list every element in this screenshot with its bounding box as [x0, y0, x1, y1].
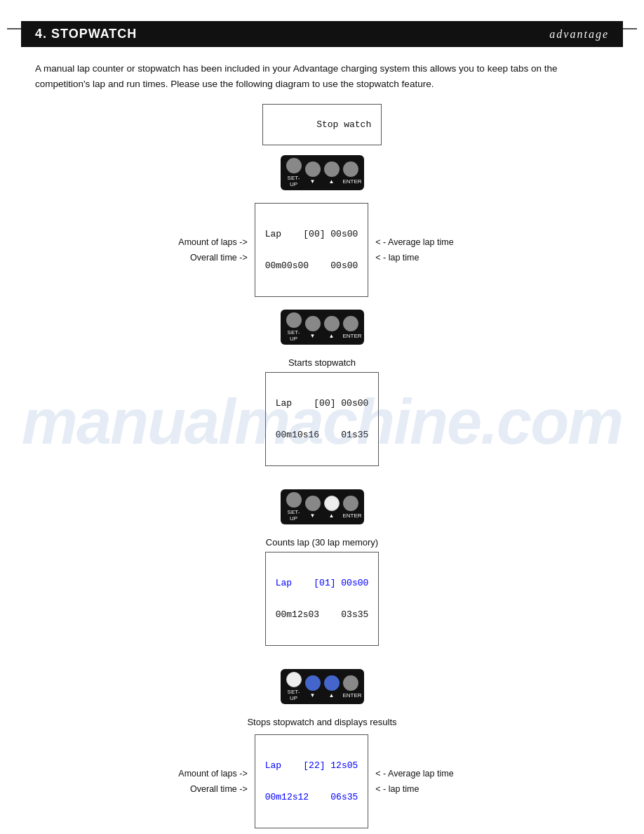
corner-mark-tr [623, 28, 637, 29]
btn-enter-2[interactable]: ENTER [343, 316, 358, 339]
lap-time-label-initial: < - lap time [375, 250, 488, 266]
overall-time-label: Overall time -> [156, 250, 248, 266]
btn-setup-2[interactable]: SET-UP [286, 312, 302, 342]
intro-paragraph: A manual lap counter or stopwatch has be… [35, 61, 609, 91]
amount-laps-label-stops: Amount of laps -> [156, 766, 248, 782]
diagram-column: Stop watch SET-UP ▼ ▲ [35, 104, 609, 834]
header-bar: 4. STOPWATCH advantage [21, 21, 623, 47]
btn-enter-4[interactable]: ENTER [343, 675, 358, 699]
lap-time-label-stops: < - lap time [375, 781, 488, 797]
page-wrapper: 4. STOPWATCH advantage A manual lap coun… [0, 21, 644, 834]
brand-name: advantage [549, 28, 609, 41]
btn-up-3[interactable]: ▲ [324, 496, 340, 519]
btn-down-3[interactable]: ▼ [305, 496, 321, 519]
lcd-starts: Lap [00] 00s00 00m10s16 01s35 [265, 372, 380, 466]
btn-down-1[interactable]: ▼ [305, 161, 321, 185]
btn-up-1[interactable]: ▲ [324, 161, 340, 185]
avg-lap-label-initial: < - Average lap time [375, 234, 488, 251]
lcd-stops: Lap [22] 12s05 00m12s12 06s35 [255, 734, 369, 828]
button-row-4: SET-UP ▼ ▲ ENTER [281, 663, 364, 710]
avg-lap-label-stops: < - Average lap time [375, 766, 488, 782]
lcd-counts: Lap [01] 00s00 00m12s03 03s35 [265, 552, 380, 646]
btn-up-4[interactable]: ▲ [324, 675, 340, 699]
btn-down-2[interactable]: ▼ [305, 316, 321, 339]
lcd-initial-line2: 00m00s00 00s00 [265, 260, 358, 271]
main-content: A manual lap counter or stopwatch has be… [0, 47, 644, 834]
btn-enter-1[interactable]: ENTER [343, 161, 358, 185]
button-group-1: SET-UP ▼ ▲ ENTER [281, 155, 364, 190]
btn-setup-3[interactable]: SET-UP [286, 492, 302, 522]
btn-up-2[interactable]: ▲ [324, 316, 340, 339]
lcd-stops-line1: Lap [22] 12s05 [265, 760, 358, 771]
section-stops: Amount of laps -> Overall time -> Lap [2… [35, 734, 609, 828]
lcd-starts-line2: 00m10s16 01s35 [276, 430, 369, 440]
button-group-2: SET-UP ▼ ▲ ENTER [281, 310, 364, 345]
corner-mark-tl [7, 28, 21, 29]
button-row-3: SET-UP ▼ ▲ ENTER [281, 484, 364, 530]
overall-time-label-stops: Overall time -> [156, 781, 248, 797]
caption-starts: Starts stopwatch [288, 357, 356, 368]
lcd-initial-line1: Lap [00] 00s00 [265, 229, 358, 239]
page-title: 4. STOPWATCH [35, 27, 137, 41]
left-labels-initial: Amount of laps -> Overall time -> [156, 234, 248, 266]
stopwatch-label-box: Stop watch [262, 104, 382, 145]
lcd-starts-line1: Lap [00] 00s00 [276, 398, 369, 409]
lcd-initial: Lap [00] 00s00 00m00s00 00s00 [255, 203, 369, 297]
btn-enter-3[interactable]: ENTER [343, 496, 358, 519]
button-group-3: SET-UP ▼ ▲ ENTER [281, 489, 364, 524]
right-labels-initial: < - Average lap time < - lap time [375, 234, 488, 266]
btn-down-4[interactable]: ▼ [305, 675, 321, 699]
btn-setup-4[interactable]: SET-UP [286, 672, 302, 701]
lcd-stops-line2: 00m12s12 06s35 [265, 792, 358, 802]
left-labels-stops: Amount of laps -> Overall time -> [156, 766, 248, 797]
caption-stops: Stops stopwatch and displays results [247, 717, 396, 727]
button-row-1: SET-UP ▼ ▲ ENTER [281, 150, 364, 196]
caption-counts: Counts lap (30 lap memory) [266, 537, 378, 548]
amount-laps-label: Amount of laps -> [156, 234, 248, 251]
button-group-4: SET-UP ▼ ▲ ENTER [281, 669, 364, 704]
right-labels-stops: < - Average lap time < - lap time [375, 766, 488, 797]
lcd-counts-line1: Lap [01] 00s00 [276, 578, 369, 588]
section-initial: Amount of laps -> Overall time -> Lap [0… [35, 203, 609, 297]
lcd-counts-line2: 00m12s03 03s35 [276, 609, 369, 620]
button-row-2: SET-UP ▼ ▲ ENTER [281, 304, 364, 350]
btn-setup-1[interactable]: SET-UP [286, 158, 302, 187]
